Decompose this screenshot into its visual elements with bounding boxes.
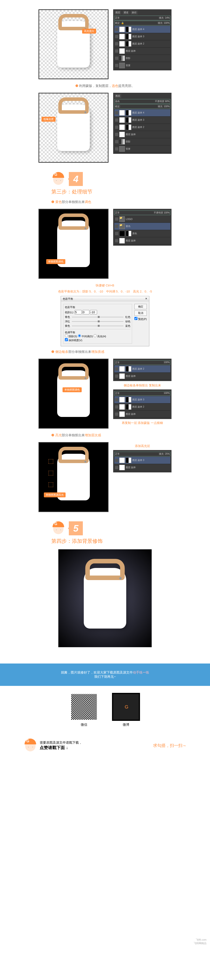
visibility-eye-icon[interactable] — [115, 49, 118, 52]
fill-val-100[interactable]: 100% — [164, 22, 170, 24]
caption-text2: 提亮亮部。 — [118, 84, 135, 88]
layer-row[interactable]: 图层 副本 3 — [114, 457, 170, 464]
layer-row[interactable]: 图层 副本 2 — [114, 366, 170, 373]
step-3-title: 第三步：处理细节 — [51, 188, 205, 195]
layer-row[interactable]: 图层 副本 — [114, 373, 170, 380]
visibility-eye-icon[interactable] — [115, 126, 118, 129]
visibility-eye-icon[interactable] — [115, 459, 118, 462]
visibility-eye-icon[interactable] — [115, 28, 118, 31]
visibility-eye-icon[interactable] — [115, 239, 118, 242]
layer-row[interactable]: 图层 副本 — [114, 237, 170, 245]
tab-paths[interactable]: 路径 — [131, 11, 138, 15]
visibility-eye-icon[interactable] — [115, 57, 118, 60]
layer-row[interactable]: 图层 副本 — [114, 410, 170, 418]
layer-name: 阴影 — [126, 57, 130, 60]
mascot-avatar — [51, 521, 65, 535]
layer-row[interactable]: 图层 副本 — [114, 464, 170, 471]
layer-name: 图层 副本 2 — [132, 405, 144, 409]
level-input-3[interactable] — [90, 310, 97, 314]
ok-button[interactable]: 确定 — [135, 304, 147, 309]
layer-row[interactable]: 背景 — [114, 145, 170, 153]
red-label: 红色 — [125, 315, 130, 319]
visibility-eye-icon[interactable] — [115, 133, 118, 136]
cancel-button[interactable]: 取消 — [135, 310, 147, 316]
slider-mag-green[interactable] — [72, 321, 123, 322]
blend-mode[interactable]: 正常 — [115, 452, 120, 456]
lock-label: 锁定: — [115, 22, 120, 24]
sub2-caption: ❷ 侧边银条部分单独抠出来增加质感 — [51, 350, 205, 354]
visibility-eye-icon[interactable] — [115, 64, 118, 67]
layer-thumb — [119, 465, 125, 470]
layer-row[interactable]: 图层 副本 — [114, 48, 170, 55]
tab-layers[interactable]: 图层 — [114, 11, 121, 15]
product-frame-black-1: 单独抠图调色 — [38, 209, 109, 279]
radio-shadow[interactable]: 阴影(S) — [65, 335, 77, 338]
layer-thumb — [119, 110, 125, 116]
visibility-eye-icon[interactable] — [115, 218, 118, 221]
mascot-avatar-small — [23, 738, 37, 752]
layer-row[interactable]: 图层 副本 3 — [114, 396, 170, 403]
mask-thumb — [126, 117, 131, 123]
layer-row[interactable]: 图层 副本 4 — [114, 26, 170, 33]
layer-row[interactable]: 图层 副本 2 — [114, 403, 170, 410]
layer-row[interactable]: 阴影 — [114, 55, 170, 62]
shortcut-text: 快捷键 Ctrl+B — [5, 283, 205, 288]
air-purifier-img — [57, 21, 90, 68]
radio-high[interactable]: 高光(H) — [94, 335, 106, 338]
slider-cyan-red[interactable] — [72, 317, 123, 317]
opacity-val[interactable]: 100% — [164, 212, 170, 214]
visibility-eye-icon[interactable] — [115, 398, 118, 401]
fill-val[interactable]: 100% — [164, 105, 170, 108]
layer-row[interactable]: 原色 — [114, 230, 170, 237]
close-icon[interactable]: ✕ — [145, 297, 147, 301]
check-preview[interactable]: 预览(P) — [135, 317, 147, 321]
blend-mode[interactable]: 正常 — [115, 211, 120, 215]
layer-name: 图层 副本 2 — [132, 367, 144, 371]
solo-mask-label-3: 单独抠图调高光 — [44, 492, 66, 497]
visibility-eye-icon[interactable] — [115, 140, 118, 143]
check-preserve[interactable]: 保持明度(V) — [65, 339, 82, 342]
visibility-eye-icon[interactable] — [115, 225, 118, 228]
blend-mode[interactable]: 正常 — [115, 392, 120, 395]
fill-val[interactable]: 100% — [164, 361, 170, 364]
visibility-eye-icon[interactable] — [115, 412, 118, 416]
layer-name: 图层 副本 3 — [132, 459, 144, 462]
visibility-eye-icon[interactable] — [115, 374, 118, 378]
layer-row[interactable]: 图层 副本 3 — [114, 33, 170, 40]
visibility-eye-icon[interactable] — [115, 111, 118, 115]
slider-yel-blue[interactable] — [72, 326, 123, 326]
layer-row[interactable]: 图层 副本 — [114, 131, 170, 138]
visibility-eye-icon[interactable] — [115, 232, 118, 235]
layer-row[interactable]: 图层 副本 3 — [114, 116, 170, 124]
layer-row[interactable]: 图层 副本 2 — [114, 124, 170, 131]
visibility-eye-icon[interactable] — [115, 35, 118, 38]
visibility-eye-icon[interactable] — [115, 42, 118, 45]
tab-layers[interactable]: 图层 — [114, 94, 121, 98]
visibility-eye-icon[interactable] — [115, 147, 118, 151]
fill-value[interactable]: 14% — [165, 16, 170, 19]
visibility-eye-icon[interactable] — [115, 118, 118, 122]
dot-marker — [48, 459, 53, 464]
fill-val-25[interactable]: 25% — [165, 453, 170, 455]
opacity-value[interactable]: 68% — [165, 100, 170, 103]
layer-row[interactable]: 📁LOGO — [114, 216, 170, 223]
fill-val[interactable]: 100% — [164, 392, 170, 395]
visibility-eye-icon[interactable] — [115, 367, 118, 371]
blend-mode[interactable]: 选色 — [115, 100, 120, 103]
visibility-eye-icon[interactable] — [115, 405, 118, 409]
product-frame-black-3: 单独抠图调高光 — [38, 442, 109, 512]
layer-row[interactable]: 图层 副本 2 — [114, 40, 170, 48]
level-input-1[interactable] — [75, 310, 82, 314]
blend-mode[interactable]: 正常 — [115, 361, 120, 364]
dot-marker — [48, 482, 53, 487]
layer-row[interactable]: 阴影 — [114, 138, 170, 145]
layer-row[interactable]: 图层 副本 4 — [114, 109, 170, 116]
layer-row[interactable]: 📁黄色 — [114, 223, 170, 230]
layer-row[interactable]: 背景 — [114, 62, 170, 69]
radio-mid[interactable]: 中间调(D) — [78, 335, 93, 338]
tab-channels[interactable]: 通道 — [122, 11, 130, 15]
visibility-eye-icon[interactable] — [115, 466, 118, 469]
level-input-2[interactable] — [82, 310, 89, 314]
step-number-badge: 5 — [69, 521, 83, 535]
blend-mode[interactable]: 正常 — [115, 16, 120, 19]
